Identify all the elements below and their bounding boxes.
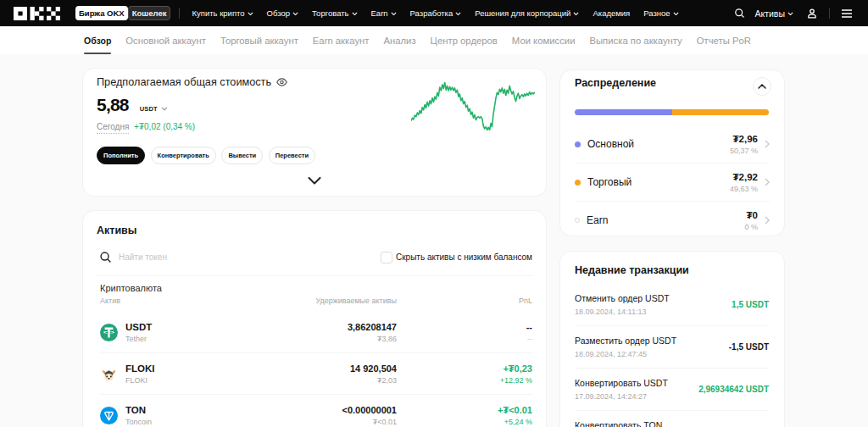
asset-fiat: ₮2,03 (236, 376, 397, 385)
distribution-percent: 50,37 % (730, 147, 758, 155)
chevron-right-icon (765, 216, 770, 225)
search-icon[interactable] (731, 4, 748, 23)
asset-name: Tether (125, 335, 152, 343)
nav-item-4[interactable]: Разработка (410, 8, 462, 18)
asset-amount: 3,86208147 (236, 322, 397, 332)
distribution-value: ₮2,96 (730, 134, 758, 144)
transactions-list: Отменить ордер USDT18.09.2024, 14:11:131… (560, 284, 784, 427)
eye-icon[interactable] (276, 78, 287, 86)
usdt-icon (100, 324, 118, 341)
action-button-3[interactable]: Перевести (269, 147, 315, 164)
transaction-label: Отменить ордер USDT (575, 293, 670, 303)
nav-item-1[interactable]: Обзор (267, 8, 298, 18)
transaction-label: Конвертировать USDT (575, 378, 668, 388)
total-value-title: Предполагаемая общая стоимость (97, 76, 271, 88)
hide-low-balance[interactable]: Скрыть активы с низким балансом (381, 252, 532, 263)
chevron-down-icon (391, 12, 397, 16)
tab-8[interactable]: Отчеты PoR (695, 26, 753, 54)
tab-6[interactable]: Мои комиссии (510, 26, 577, 54)
nav-item-7[interactable]: Разное (643, 8, 678, 18)
currency-chevron-icon[interactable] (161, 107, 168, 111)
tab-7[interactable]: Выписка по аккаунту (587, 26, 683, 54)
nav-item-3[interactable]: Earn (371, 8, 397, 18)
asset-row-ton[interactable]: TONToncoin<0.00000001₮<0.01+₮<0.01+5,24 … (100, 395, 532, 427)
assets-table: USDTTether3,86208147₮3,86----FLOKIFLOKI1… (83, 312, 546, 427)
icon (806, 8, 818, 19)
hide-low-balance-checkbox[interactable] (381, 252, 392, 263)
tab-1[interactable]: Основной аккаунт (124, 26, 208, 54)
action-button-2[interactable]: Вывести (221, 147, 263, 164)
nav-item-5[interactable]: Решения для корпораций (475, 8, 579, 18)
topbar-divider (179, 8, 180, 19)
distribution-label: Earn (587, 214, 744, 226)
tab-3[interactable]: Earn аккаунт (311, 26, 371, 54)
asset-fiat: ₮<0.01 (236, 418, 397, 426)
col-asset: Актив (100, 297, 236, 305)
nav-item-6[interactable]: Академия (593, 8, 630, 18)
asset-labels: FLOKIFLOKI (125, 363, 155, 385)
transactions-card: Недавние транзакции Отменить ордер USDT1… (559, 251, 785, 427)
assets-toolbar: Скрыть активы с низким балансом (99, 251, 532, 263)
tab-5[interactable]: Центр ордеров (429, 26, 499, 54)
transaction-info: Конвертировать TON (575, 420, 662, 427)
asset-labels: USDTTether (125, 322, 152, 343)
expand-chevron-icon[interactable] (308, 177, 321, 185)
nav-item-label: Разное (643, 8, 670, 18)
transaction-row-1[interactable]: Разместить ордер USDT18.09.2024, 12:47:4… (575, 326, 769, 369)
okx-logo[interactable] (14, 7, 60, 20)
profile-icon[interactable] (804, 4, 821, 23)
token-search (99, 251, 381, 263)
chevron-right-icon (765, 140, 770, 148)
asset-symbol: TON (125, 405, 152, 415)
bar-segment-торговый (672, 109, 769, 115)
toggle-wallet[interactable]: Кошелек (128, 6, 171, 20)
tab-4[interactable]: Анализ (381, 26, 417, 54)
collapse-button[interactable] (753, 77, 771, 96)
col-pnl: PnL (397, 297, 532, 305)
toggle-exchange[interactable]: Биржа OKX (75, 6, 128, 20)
distribution-card: Распределение Основной₮2,9650,37 %Торгов… (559, 69, 785, 236)
col-holdings: Удерживаемые активы (236, 297, 397, 305)
product-toggle: Биржа OKX Кошелек (75, 6, 170, 20)
transaction-datetime: 17.09.2024, 14:24:27 (575, 392, 668, 402)
account-tabs: ОбзорОсновной аккаунтТорговый аккаунтEar… (0, 26, 868, 54)
distribution-row-0[interactable]: Основной₮2,9650,37 % (575, 125, 770, 164)
ton-icon (100, 407, 118, 424)
holdings-cell: 3,86208147₮3,86 (236, 322, 397, 343)
action-button-0[interactable]: Пополнить (97, 147, 145, 164)
nav-item-label: Разработка (410, 8, 453, 18)
menu-icon[interactable] (838, 4, 855, 23)
transaction-row-2[interactable]: Конвертировать USDT17.09.2024, 14:24:272… (575, 369, 769, 411)
tab-2[interactable]: Торговый аккаунт (219, 26, 300, 54)
asset-pnl-percent: +5,24 % (397, 418, 532, 426)
transaction-label: Разместить ордер USDT (575, 336, 676, 346)
nav-item-2[interactable]: Торговать (312, 8, 357, 18)
token-search-input[interactable] (119, 252, 271, 262)
transaction-label: Конвертировать TON (575, 420, 662, 427)
asset-name: FLOKI (125, 376, 155, 385)
distribution-percent: 0 % (744, 223, 758, 231)
transaction-amount: 1,5 USDT (732, 300, 769, 309)
holdings-cell: 14 920,504₮2,03 (236, 363, 397, 385)
asset-row-floki[interactable]: FLOKIFLOKI14 920,504₮2,03+₮0,23+12,92 % (100, 353, 532, 395)
transaction-info: Разместить ордер USDT18.09.2024, 12:47:4… (575, 336, 676, 359)
distribution-row-2[interactable]: Earn₮00 % (575, 202, 770, 236)
asset-pnl-percent: -- (397, 335, 532, 343)
pnl-cell: ---- (397, 322, 532, 343)
nav-item-label: Обзор (267, 8, 290, 18)
asset-row-usdt[interactable]: USDTTether3,86208147₮3,86---- (100, 312, 532, 353)
distribution-row-1[interactable]: Торговый₮2,9249,63 % (575, 164, 770, 202)
transaction-row-0[interactable]: Отменить ордер USDT18.09.2024, 14:11:131… (575, 284, 769, 326)
topbar-divider-2 (829, 8, 830, 19)
icon (734, 8, 745, 19)
asset-cell: TONToncoin (100, 405, 236, 426)
asset-cell: USDTTether (100, 322, 236, 343)
assets-menu[interactable]: Активы (754, 8, 793, 19)
action-button-1[interactable]: Конвертировать (151, 147, 216, 164)
transaction-row-3[interactable]: Конвертировать TON (575, 411, 769, 427)
hide-low-balance-label: Скрыть активы с низким балансом (396, 252, 532, 262)
nav-item-0[interactable]: Купить крипто (192, 8, 253, 18)
asset-symbol: FLOKI (125, 363, 155, 374)
search-input-icon (99, 251, 112, 263)
tab-0[interactable]: Обзор (82, 26, 113, 54)
